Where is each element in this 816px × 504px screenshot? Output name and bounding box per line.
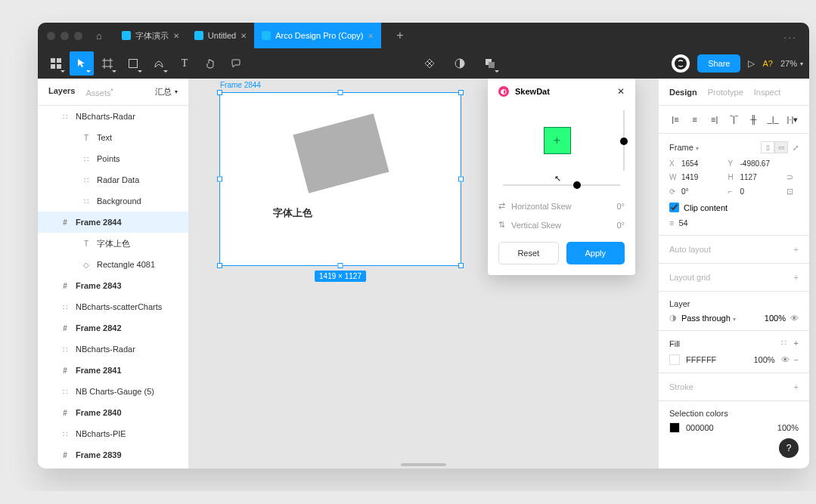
close-icon[interactable]: ✕ bbox=[240, 32, 247, 40]
layer-row[interactable]: #Frame 2844 bbox=[38, 212, 188, 233]
slider-thumb[interactable] bbox=[620, 138, 628, 145]
resize-handle[interactable] bbox=[217, 177, 222, 182]
layer-row[interactable]: ∷NBcharts-Radar bbox=[38, 106, 188, 127]
shape-tool[interactable] bbox=[121, 51, 145, 76]
file-tab[interactable]: Arco Design Pro (Copy)✕ bbox=[254, 23, 381, 48]
layer-row[interactable]: ∷NBcharts-scatterCharts bbox=[38, 296, 188, 317]
home-icon[interactable]: ⌂ bbox=[96, 30, 102, 42]
fill-opacity-input[interactable]: 100% bbox=[753, 355, 774, 364]
text-tool[interactable]: T bbox=[172, 51, 197, 76]
layer-row[interactable]: ∷Radar Data bbox=[38, 169, 188, 190]
user-avatar[interactable] bbox=[672, 54, 690, 73]
fill-hex-input[interactable]: FFFFFF bbox=[686, 355, 747, 364]
close-icon[interactable]: ✕ bbox=[368, 32, 374, 40]
canvas[interactable]: Frame 2844 字体上色 1419 × 1127 ◐SkewDat ✕ bbox=[189, 79, 658, 468]
resize-handle[interactable] bbox=[217, 263, 222, 268]
constrain-icon[interactable]: ⊃ bbox=[787, 172, 799, 182]
opacity-input[interactable]: 100% bbox=[765, 314, 786, 323]
add-icon[interactable]: + bbox=[794, 382, 799, 391]
selected-frame[interactable]: Frame 2844 字体上色 1419 × 1127 bbox=[219, 92, 461, 266]
layer-row[interactable]: ◇Rectangle 4081 bbox=[38, 254, 188, 275]
share-button[interactable]: Share bbox=[697, 54, 740, 73]
layer-row[interactable]: TText bbox=[38, 127, 188, 148]
add-icon[interactable]: + bbox=[794, 245, 799, 254]
layer-row[interactable]: #Frame 2841 bbox=[38, 360, 188, 381]
mask-icon[interactable] bbox=[448, 51, 472, 76]
zoom-dropdown[interactable]: 27%▾ bbox=[780, 59, 803, 68]
w-input[interactable]: 1419 bbox=[681, 173, 725, 181]
distribute-icon[interactable]: |·|▾ bbox=[787, 113, 799, 125]
pen-tool[interactable] bbox=[147, 51, 171, 76]
traffic-lights[interactable] bbox=[47, 32, 82, 40]
resize-handle[interactable] bbox=[338, 263, 343, 268]
landscape-mode[interactable]: ▭ bbox=[774, 141, 788, 153]
reset-button[interactable]: Reset bbox=[498, 242, 559, 264]
slider-thumb[interactable] bbox=[573, 181, 581, 189]
component-icon[interactable] bbox=[417, 51, 442, 76]
add-icon[interactable]: + bbox=[794, 273, 799, 282]
fill-swatch[interactable] bbox=[669, 354, 680, 365]
comment-tool[interactable] bbox=[224, 51, 248, 76]
layer-row[interactable]: T字体上色 bbox=[38, 233, 188, 254]
layer-row[interactable]: T8874 bbox=[38, 465, 188, 468]
layer-row[interactable]: #Frame 2840 bbox=[38, 402, 188, 423]
independent-corners-icon[interactable]: ⊡ bbox=[787, 187, 799, 196]
inspect-tab[interactable]: Inspect bbox=[754, 88, 780, 97]
design-tab[interactable]: Design bbox=[669, 88, 697, 97]
present-button[interactable]: ▷ bbox=[748, 58, 755, 69]
y-input[interactable]: -4980.67 bbox=[740, 159, 784, 168]
horizontal-scrollbar[interactable] bbox=[401, 463, 446, 466]
horizontal-skew-slider[interactable]: ↖ bbox=[503, 184, 620, 186]
align-bottom-icon[interactable]: _|_ bbox=[767, 113, 779, 125]
text-layer[interactable]: 字体上色 bbox=[273, 206, 312, 220]
close-icon[interactable]: ✕ bbox=[617, 86, 625, 97]
stroke-section-label[interactable]: Stroke bbox=[669, 382, 693, 391]
visibility-icon[interactable]: 👁 bbox=[790, 314, 799, 323]
corner-input[interactable]: 0 bbox=[740, 187, 784, 196]
layout-grid-label[interactable]: Layout grid bbox=[669, 273, 710, 282]
layer-row[interactable]: #Frame 2842 bbox=[38, 317, 188, 339]
prototype-tab[interactable]: Prototype bbox=[708, 88, 743, 97]
resize-handle[interactable] bbox=[458, 177, 464, 182]
h-input[interactable]: 1127 bbox=[740, 173, 784, 181]
boolean-icon[interactable] bbox=[478, 51, 502, 76]
auto-layout-label[interactable]: Auto layout bbox=[669, 245, 711, 254]
layer-row[interactable]: ∷Background bbox=[38, 190, 188, 212]
help-button[interactable]: ? bbox=[779, 438, 799, 458]
layer-row[interactable]: #Frame 2839 bbox=[38, 444, 188, 465]
file-tab[interactable]: Untitled✕ bbox=[187, 23, 254, 48]
selection-opacity[interactable]: 100% bbox=[777, 423, 799, 432]
blend-mode-select[interactable]: Pass through ▾ bbox=[681, 314, 760, 323]
main-menu-button[interactable] bbox=[44, 51, 68, 76]
layers-tab[interactable]: Layers bbox=[48, 86, 75, 97]
vertical-skew-slider[interactable] bbox=[623, 110, 625, 171]
skewdat-plugin-window[interactable]: ◐SkewDat ✕ + ↖ ⇄Horizontal Skew 0° ⇅Vert… bbox=[488, 79, 635, 275]
layer-row[interactable]: ∷NB Charts-Gauge (5) bbox=[38, 381, 188, 402]
frame-tool[interactable] bbox=[95, 51, 119, 76]
remove-icon[interactable]: − bbox=[794, 355, 799, 364]
hand-tool[interactable] bbox=[198, 51, 222, 76]
visibility-icon[interactable]: 👁 bbox=[781, 355, 790, 364]
portrait-mode[interactable]: ▯ bbox=[761, 141, 774, 153]
layer-row[interactable]: ∷NBcharts-Radar bbox=[38, 339, 188, 360]
resize-handle[interactable] bbox=[338, 90, 343, 95]
new-tab-button[interactable]: + bbox=[389, 29, 411, 42]
layer-row[interactable]: ∷Points bbox=[38, 148, 188, 169]
x-input[interactable]: 1654 bbox=[681, 159, 725, 168]
selection-hex[interactable]: 000000 bbox=[686, 423, 771, 432]
move-tool[interactable] bbox=[70, 51, 94, 76]
close-icon[interactable]: ✕ bbox=[173, 32, 179, 40]
rotation-input[interactable]: 0° bbox=[681, 187, 725, 196]
resize-handle[interactable] bbox=[217, 90, 222, 95]
resize-handle[interactable] bbox=[458, 90, 464, 95]
selection-color-swatch[interactable] bbox=[669, 422, 680, 433]
layer-row[interactable]: #Frame 2843 bbox=[38, 275, 188, 296]
add-icon[interactable]: + bbox=[794, 339, 799, 348]
overflow-menu-icon[interactable]: ··· bbox=[783, 31, 797, 43]
frame-section-label[interactable]: Frame ▾ bbox=[669, 143, 699, 152]
clip-content-checkbox[interactable] bbox=[669, 203, 679, 212]
align-top-icon[interactable]: ‾|‾ bbox=[728, 113, 740, 125]
styles-icon[interactable]: ∷ bbox=[781, 339, 787, 348]
align-vcenter-icon[interactable]: ╫ bbox=[747, 113, 759, 125]
page-selector[interactable]: 汇总▾ bbox=[155, 86, 178, 97]
